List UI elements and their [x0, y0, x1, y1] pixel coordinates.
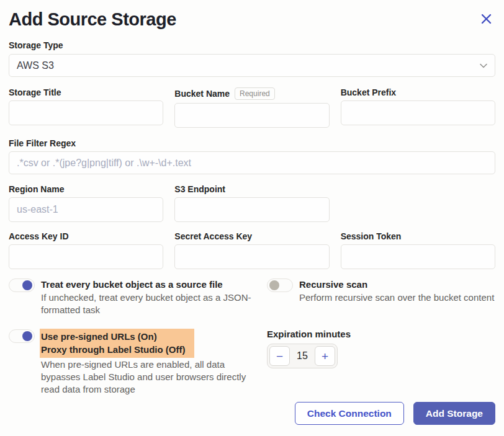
- access-key-label: Access Key ID: [9, 231, 163, 241]
- s3-endpoint-label: S3 Endpoint: [174, 184, 329, 194]
- region-name-label: Region Name: [9, 184, 163, 194]
- recursive-scan-toggle-row: Recursive scan Perform recursive scan ov…: [267, 278, 495, 316]
- storage-title-field: Storage Title: [9, 87, 163, 128]
- session-token-field: Session Token: [341, 231, 495, 269]
- bucket-fields-row: Storage Title Bucket Name Required Bucke…: [9, 87, 495, 128]
- recursive-scan-label: Recursive scan: [299, 278, 494, 291]
- secret-key-label: Secret Access Key: [174, 231, 329, 241]
- treat-source-label: Treat every bucket object as a source fi…: [41, 278, 259, 291]
- toggle-knob: [22, 331, 32, 341]
- expiration-minutes-label: Expiration minutes: [267, 329, 495, 339]
- chevron-down-icon: [480, 63, 487, 68]
- storage-title-label: Storage Title: [9, 87, 163, 97]
- presigned-urls-toggle[interactable]: [9, 329, 35, 343]
- close-button[interactable]: [477, 10, 495, 30]
- page-title: Add Source Storage: [9, 9, 176, 30]
- storage-type-select[interactable]: AWS S3: [9, 54, 495, 77]
- treat-source-description: If unchecked, treat every bucket object …: [41, 291, 259, 316]
- secret-key-field: Secret Access Key: [174, 231, 329, 269]
- s3-endpoint-input[interactable]: [174, 197, 329, 222]
- session-token-label: Session Token: [341, 231, 495, 241]
- treat-source-toggle[interactable]: [9, 278, 35, 292]
- region-name-field: Region Name: [9, 184, 163, 222]
- dialog-header: Add Source Storage: [9, 9, 495, 30]
- toggle-knob: [269, 280, 279, 290]
- credentials-row: Access Key ID Secret Access Key Session …: [9, 231, 495, 269]
- bucket-prefix-label: Bucket Prefix: [341, 87, 495, 97]
- region-row: Region Name S3 Endpoint: [9, 184, 495, 222]
- presigned-highlighted-label: Use pre-signed URLs (On) Proxy through L…: [40, 329, 194, 358]
- increment-button[interactable]: +: [315, 346, 335, 366]
- file-filter-field: File Filter Regex: [9, 138, 495, 174]
- secret-key-input[interactable]: [174, 244, 329, 269]
- session-token-input[interactable]: [341, 244, 495, 269]
- expiration-minutes-stepper: − 15 +: [267, 344, 338, 368]
- presigned-label-line2: Proxy through Label Studio (Off): [41, 343, 186, 356]
- storage-title-input[interactable]: [9, 100, 163, 125]
- access-key-input[interactable]: [9, 244, 163, 269]
- toggle-knob: [22, 280, 32, 290]
- check-connection-button[interactable]: Check Connection: [295, 402, 404, 425]
- expiration-minutes-field: Expiration minutes − 15 +: [267, 329, 495, 396]
- presigned-label-line1: Use pre-signed URLs (On): [41, 330, 186, 343]
- presigned-text: Use pre-signed URLs (On) Proxy through L…: [41, 329, 259, 396]
- file-filter-label: File Filter Regex: [9, 138, 495, 148]
- treat-source-text: Treat every bucket object as a source fi…: [41, 278, 259, 316]
- presigned-toggle-row: Use pre-signed URLs (On) Proxy through L…: [9, 329, 267, 396]
- s3-endpoint-field: S3 Endpoint: [174, 184, 329, 222]
- bucket-name-label: Bucket Name Required: [174, 87, 329, 100]
- storage-type-value: AWS S3: [17, 60, 54, 71]
- add-source-storage-dialog: Add Source Storage Storage Type AWS S3 S…: [0, 0, 504, 436]
- bucket-prefix-input[interactable]: [341, 100, 495, 125]
- toggles-row-2: Use pre-signed URLs (On) Proxy through L…: [9, 329, 495, 396]
- storage-type-field: Storage Type AWS S3: [9, 40, 495, 77]
- storage-type-label: Storage Type: [9, 40, 495, 50]
- recursive-scan-toggle[interactable]: [267, 278, 293, 292]
- bucket-name-input[interactable]: [174, 103, 329, 128]
- bucket-prefix-field: Bucket Prefix: [341, 87, 495, 128]
- close-icon: [481, 14, 492, 24]
- required-badge: Required: [235, 87, 275, 100]
- toggles-row-1: Treat every bucket object as a source fi…: [9, 278, 495, 316]
- treat-source-toggle-row: Treat every bucket object as a source fi…: [9, 278, 267, 316]
- expiration-minutes-value: 15: [290, 350, 315, 362]
- recursive-scan-description: Perform recursive scan over the bucket c…: [299, 291, 494, 304]
- spacer-cell: [341, 184, 495, 222]
- dialog-footer: Check Connection Add Storage: [295, 402, 495, 425]
- decrement-button[interactable]: −: [269, 346, 290, 366]
- recursive-scan-text: Recursive scan Perform recursive scan ov…: [299, 278, 494, 304]
- presigned-description: When pre-signed URLs are enabled, all da…: [41, 358, 259, 396]
- region-name-input[interactable]: [9, 197, 163, 222]
- file-filter-input[interactable]: [9, 151, 495, 174]
- bucket-name-field: Bucket Name Required: [174, 87, 329, 128]
- access-key-field: Access Key ID: [9, 231, 163, 269]
- add-storage-button[interactable]: Add Storage: [413, 402, 495, 425]
